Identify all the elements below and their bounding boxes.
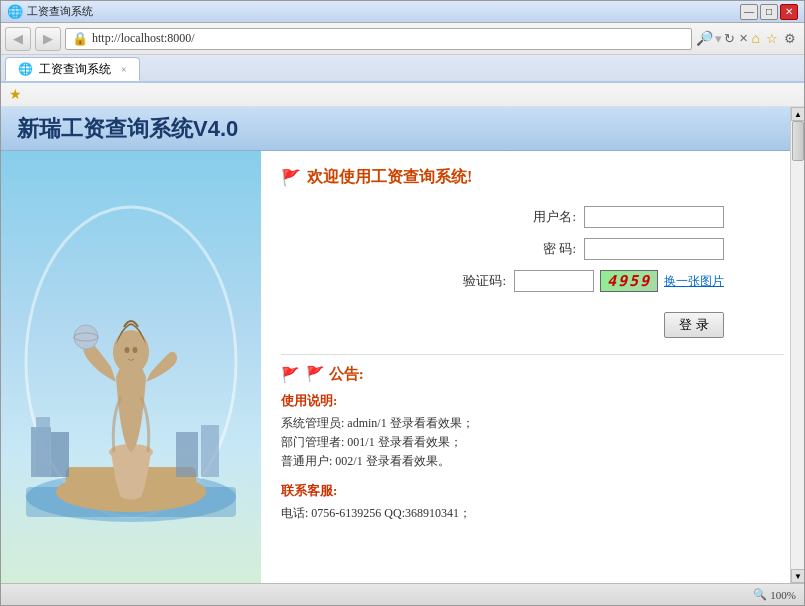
username-row: 用户名: — [281, 206, 784, 228]
announce-title: 🚩 🚩 公告: — [281, 365, 784, 384]
tab-bar: 🌐 工资查询系统 × — [1, 55, 804, 83]
captcha-label: 验证码: — [454, 272, 514, 290]
password-input[interactable] — [584, 238, 724, 260]
status-bar: 🔍 100% — [1, 583, 804, 605]
toolbar: ◀ ▶ 🔒 http://localhost:8000/ 🔎 ▾ ↻ ✕ ⌂ ☆… — [1, 23, 804, 55]
captcha-value: 4959 — [607, 272, 651, 290]
tab-close-button[interactable]: × — [121, 64, 127, 75]
maximize-button[interactable]: □ — [760, 4, 778, 20]
page-main: 🚩 欢迎使用工资查询系统! 用户名: 密 码: — [1, 151, 804, 583]
title-bar-buttons: — □ ✕ — [740, 4, 798, 20]
captcha-input[interactable] — [514, 270, 594, 292]
tools-icon[interactable]: ⚙ — [784, 31, 796, 47]
announcement-section: 🚩 🚩 公告: 使用说明: 系统管理员: admin/1 登录看看效果； 部门管… — [281, 354, 784, 523]
title-bar-left: 🌐 工资查询系统 — [7, 4, 93, 20]
close-button[interactable]: ✕ — [780, 4, 798, 20]
username-label: 用户名: — [524, 208, 584, 226]
forward-button[interactable]: ▶ — [35, 27, 61, 51]
favorites-bar: ★ — [1, 83, 804, 107]
search-bar: 🔎 ▾ ↻ ✕ — [696, 30, 748, 47]
usage-line-1: 系统管理员: admin/1 登录看看效果； — [281, 414, 784, 433]
captcha-image: 4959 — [600, 270, 658, 292]
usage-line-2: 部门管理者: 001/1 登录看看效果； — [281, 433, 784, 452]
star-fav-icon[interactable]: ☆ — [766, 31, 778, 47]
right-panel: 🚩 欢迎使用工资查询系统! 用户名: 密 码: — [261, 151, 804, 583]
captcha-area: 4959 换一张图片 — [514, 270, 724, 292]
tab-label: 工资查询系统 — [39, 61, 111, 78]
favorites-icon: ★ — [9, 86, 22, 103]
welcome-title: 🚩 欢迎使用工资查询系统! — [281, 167, 784, 188]
captcha-row: 验证码: 4959 换一张图片 — [281, 270, 784, 292]
zoom-icon: 🔍 — [753, 588, 767, 601]
usage-instructions: 系统管理员: admin/1 登录看看效果； 部门管理者: 001/1 登录看看… — [281, 414, 784, 472]
back-button[interactable]: ◀ — [5, 27, 31, 51]
password-row: 密 码: — [281, 238, 784, 260]
scroll-thumb[interactable] — [792, 121, 804, 161]
address-bar: 🔒 http://localhost:8000/ — [65, 28, 692, 50]
username-input[interactable] — [584, 206, 724, 228]
address-input[interactable]: 🔒 http://localhost:8000/ — [65, 28, 692, 50]
search-divider: ▾ — [715, 31, 722, 47]
nav-refresh-icon[interactable]: ↻ — [724, 31, 735, 47]
statue-image — [16, 197, 246, 537]
announce-title-text: 🚩 公告: — [306, 365, 364, 384]
password-label: 密 码: — [524, 240, 584, 258]
zoom-level: 100% — [770, 589, 796, 601]
contact-title: 联系客服: — [281, 482, 784, 500]
svg-rect-8 — [51, 432, 69, 477]
home-icon[interactable]: ⌂ — [752, 31, 760, 47]
active-tab[interactable]: 🌐 工资查询系统 × — [5, 57, 140, 81]
title-bar: 🌐 工资查询系统 — □ ✕ — [1, 1, 804, 23]
refresh-captcha-button[interactable]: 换一张图片 — [664, 273, 724, 290]
welcome-flag-icon: 🚩 — [281, 168, 301, 187]
login-button[interactable]: 登 录 — [664, 312, 724, 338]
login-button-row: 登 录 — [281, 312, 784, 338]
page-title: 新瑞工资查询系统V4.0 — [17, 114, 238, 144]
svg-point-16 — [133, 347, 138, 353]
address-text: http://localhost:8000/ — [92, 31, 195, 46]
usage-line-3: 普通用户: 002/1 登录看看效果。 — [281, 452, 784, 471]
nav-stop-icon[interactable]: ✕ — [739, 32, 748, 45]
search-provider-icon: 🔎 — [696, 30, 713, 47]
minimize-button[interactable]: — — [740, 4, 758, 20]
toolbar-right: ⌂ ☆ ⚙ — [752, 31, 800, 47]
svg-rect-10 — [201, 425, 219, 477]
page-content: 新瑞工资查询系统V4.0 — [1, 107, 804, 583]
left-image-panel — [1, 151, 261, 583]
contact-text: 电话: 0756-6139256 QQ:368910341； — [281, 504, 784, 523]
svg-rect-7 — [36, 417, 50, 477]
svg-point-12 — [113, 330, 149, 374]
login-form: 用户名: 密 码: 验证码: — [281, 206, 784, 292]
scrollbar-track: ▲ ▼ — [790, 107, 804, 583]
browser-window: 🌐 工资查询系统 — □ ✕ ◀ ▶ 🔒 http://localhost:80… — [0, 0, 805, 606]
page-scroll: 新瑞工资查询系统V4.0 — [1, 107, 804, 583]
security-icon: 🔒 — [72, 31, 88, 47]
svg-point-15 — [125, 347, 130, 353]
announce-flag-icon: 🚩 — [281, 366, 300, 384]
scroll-up-button[interactable]: ▲ — [791, 107, 804, 121]
zoom-area: 🔍 100% — [753, 588, 796, 601]
tab-icon: 🌐 — [18, 62, 33, 77]
page-header: 新瑞工资查询系统V4.0 — [1, 107, 804, 151]
title-bar-title: 工资查询系统 — [27, 4, 93, 19]
welcome-text: 欢迎使用工资查询系统! — [307, 167, 472, 188]
svg-point-13 — [74, 325, 98, 349]
browser-icon: 🌐 — [7, 4, 23, 20]
scroll-down-button[interactable]: ▼ — [791, 569, 804, 583]
usage-title: 使用说明: — [281, 392, 784, 410]
svg-rect-9 — [176, 432, 198, 477]
